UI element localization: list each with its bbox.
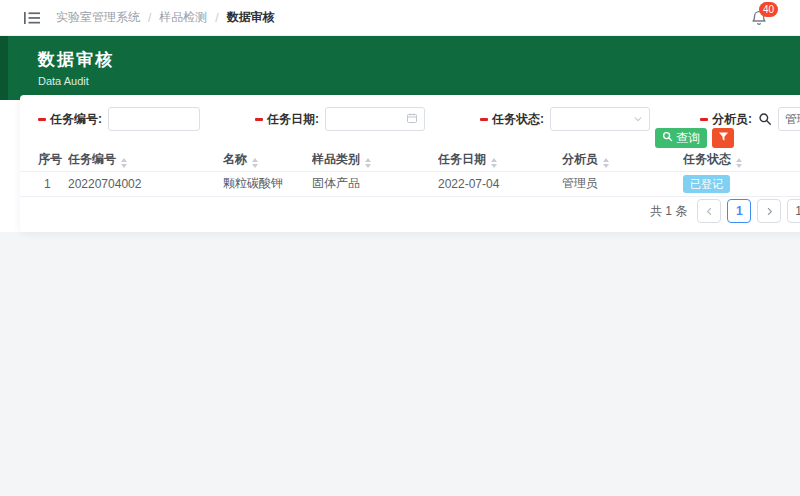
task-status-select[interactable] (550, 107, 650, 131)
analyst-input[interactable] (778, 107, 800, 131)
required-mark (38, 118, 46, 121)
funnel-icon (718, 131, 729, 145)
topbar: 实验室管理系统 / 样品检测 / 数据审核 40 (0, 0, 800, 36)
cell-name: 颗粒碳酸钾 (223, 171, 312, 196)
status-badge: 已登记 (683, 175, 730, 193)
cell-seq: 1 (20, 171, 68, 196)
col-analyst[interactable]: 分析员 (562, 148, 683, 171)
sort-icon[interactable] (365, 158, 371, 168)
breadcrumb-item-sample-testing[interactable]: 样品检测 (159, 9, 207, 26)
chevron-left-icon (705, 207, 714, 216)
pagination-next-button[interactable] (757, 199, 781, 223)
sort-icon[interactable] (252, 158, 258, 168)
notification-count-badge: 40 (759, 2, 778, 17)
cell-status: 已登记 (683, 171, 800, 196)
col-name[interactable]: 名称 (223, 148, 312, 171)
pagination-page-1[interactable]: 1 (727, 199, 751, 223)
filter-task-date: 任务日期: (255, 107, 425, 131)
breadcrumb-separator: / (148, 11, 151, 25)
task-status-label: 任务状态: (492, 111, 544, 128)
page-subtitle: Data Audit (38, 75, 800, 87)
required-mark (255, 118, 263, 121)
col-status[interactable]: 任务状态 (683, 148, 800, 171)
col-date[interactable]: 任务日期 (438, 148, 562, 171)
analyst-label: 分析员: (712, 111, 752, 128)
col-seq: 序号 (20, 148, 68, 171)
analyst-search-icon[interactable] (758, 112, 772, 126)
page-header-accent-strip (0, 36, 8, 100)
breadcrumb-item-current: 数据审核 (227, 9, 275, 26)
table-header-row: 序号 任务编号 名称 样品类别 任务日期 分析员 任务状态 (20, 148, 800, 171)
cell-date: 2022-07-04 (438, 171, 562, 196)
breadcrumb-separator: / (215, 11, 218, 25)
required-mark (480, 118, 488, 121)
cell-analyst: 管理员 (562, 171, 683, 196)
chevron-down-icon (633, 110, 643, 128)
sort-icon[interactable] (736, 158, 742, 168)
filter-task-status: 任务状态: (480, 107, 650, 131)
task-date-label: 任务日期: (267, 111, 319, 128)
data-audit-card: 任务编号: 任务日期: 任务状态: 分析员: (20, 95, 800, 232)
results-table: 序号 任务编号 名称 样品类别 任务日期 分析员 任务状态 1 20220704… (20, 148, 800, 197)
sort-icon[interactable] (121, 158, 127, 168)
task-date-input[interactable] (325, 107, 425, 131)
col-category[interactable]: 样品类别 (312, 148, 438, 171)
chevron-right-icon (765, 207, 774, 216)
cell-task-no: 20220704002 (68, 171, 223, 196)
filter-task-no: 任务编号: (38, 107, 200, 131)
calendar-icon (406, 110, 418, 128)
sort-icon[interactable] (603, 158, 609, 168)
search-button[interactable]: 查询 (655, 128, 707, 148)
menu-fold-icon[interactable] (24, 11, 40, 25)
search-icon (662, 131, 673, 145)
page-header: 数据审核 Data Audit (0, 36, 800, 100)
col-task-no[interactable]: 任务编号 (68, 148, 223, 171)
pagination-total: 共 1 条 (650, 203, 687, 220)
search-button-label: 查询 (676, 130, 700, 147)
breadcrumb: 实验室管理系统 / 样品检测 / 数据审核 (56, 9, 275, 26)
pagination: 共 1 条 1 10 (650, 199, 800, 223)
cell-category: 固体产品 (312, 171, 438, 196)
required-mark (700, 118, 708, 121)
task-no-label: 任务编号: (50, 111, 102, 128)
task-no-input[interactable] (108, 107, 200, 131)
page-size-select[interactable]: 10 (787, 199, 800, 223)
advanced-filter-button[interactable] (712, 128, 734, 148)
table-row: 1 20220704002 颗粒碳酸钾 固体产品 2022-07-04 管理员 … (20, 171, 800, 196)
pagination-prev-button[interactable] (697, 199, 721, 223)
page-title: 数据审核 (38, 48, 800, 71)
sort-icon[interactable] (491, 158, 497, 168)
breadcrumb-item-system[interactable]: 实验室管理系统 (56, 9, 140, 26)
